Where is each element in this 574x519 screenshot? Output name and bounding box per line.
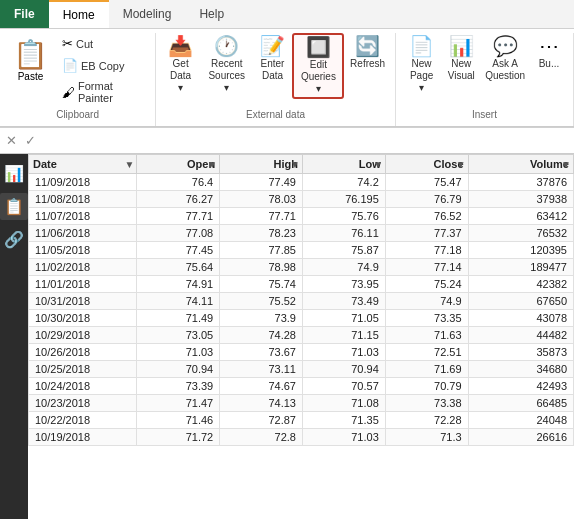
table-cell: 37876 — [468, 174, 573, 191]
ribbon-group-clipboard: 📋 Paste ✂ Cut 📄 EB Copy 🖌 Format Painter — [0, 33, 156, 126]
table-cell: 73.11 — [220, 361, 303, 378]
formula-bar: ✕ ✓ — [0, 128, 574, 154]
table-cell: 75.52 — [220, 293, 303, 310]
table-row[interactable]: 10/19/201871.7272.871.0371.326616 — [29, 429, 574, 446]
table-cell: 76.79 — [385, 191, 468, 208]
col-header-open[interactable]: Open ▼ — [137, 155, 220, 174]
edit-queries-button[interactable]: 🔲 EditQueries ▾ — [292, 33, 344, 99]
table-cell: 74.9 — [302, 259, 385, 276]
col-filter-low[interactable]: ▼ — [373, 159, 383, 170]
col-header-volume[interactable]: Volume ▼ — [468, 155, 573, 174]
get-data-label: GetData ▾ — [167, 58, 194, 94]
table-cell: 73.49 — [302, 293, 385, 310]
tab-home[interactable]: Home — [49, 0, 109, 28]
confirm-formula-button[interactable]: ✓ — [23, 133, 38, 148]
table-row[interactable]: 11/02/201875.6478.9874.977.14189477 — [29, 259, 574, 276]
table-cell: 70.94 — [137, 361, 220, 378]
col-filter-date[interactable]: ▼ — [124, 159, 134, 170]
new-page-button[interactable]: 📄 NewPage ▾ — [402, 33, 441, 97]
paste-button[interactable]: 📋 Paste — [6, 33, 55, 87]
table-row[interactable]: 11/08/201876.2778.0376.19576.7937938 — [29, 191, 574, 208]
ribbon-group-external-data: 📥 GetData ▾ 🕐 RecentSources ▾ 📝 EnterDat… — [156, 33, 396, 126]
table-row[interactable]: 10/30/201871.4973.971.0573.3543078 — [29, 310, 574, 327]
table-row[interactable]: 10/23/201871.4774.1371.0873.3866485 — [29, 395, 574, 412]
table-cell: 73.05 — [137, 327, 220, 344]
table-cell: 63412 — [468, 208, 573, 225]
get-data-icon: 📥 — [168, 36, 193, 56]
table-row[interactable]: 10/29/201873.0574.2871.1571.6344482 — [29, 327, 574, 344]
table-cell: 11/01/2018 — [29, 276, 137, 293]
table-row[interactable]: 10/31/201874.1175.5273.4974.967650 — [29, 293, 574, 310]
formula-input[interactable] — [42, 134, 570, 148]
table-cell: 75.76 — [302, 208, 385, 225]
table-row[interactable]: 10/26/201871.0373.6771.0372.5135873 — [29, 344, 574, 361]
format-painter-icon: 🖌 — [62, 85, 75, 100]
cancel-formula-button[interactable]: ✕ — [4, 133, 19, 148]
table-row[interactable]: 11/05/201877.4577.8575.8777.18120395 — [29, 242, 574, 259]
table-cell: 120395 — [468, 242, 573, 259]
col-header-high[interactable]: High ▼ — [220, 155, 303, 174]
enter-data-button[interactable]: 📝 EnterData — [254, 33, 290, 85]
table-cell: 77.49 — [220, 174, 303, 191]
table-cell: 72.51 — [385, 344, 468, 361]
get-data-button[interactable]: 📥 GetData ▾ — [162, 33, 199, 97]
col-filter-close[interactable]: ▼ — [456, 159, 466, 170]
ask-question-button[interactable]: 💬 Ask AQuestion — [481, 33, 529, 85]
table-cell: 78.03 — [220, 191, 303, 208]
table-cell: 75.24 — [385, 276, 468, 293]
format-painter-button[interactable]: 🖌 Format Painter — [57, 77, 149, 107]
tab-modeling[interactable]: Modeling — [109, 0, 186, 28]
recent-sources-button[interactable]: 🕐 RecentSources ▾ — [201, 33, 252, 97]
table-row[interactable]: 11/01/201874.9175.7473.9575.2442382 — [29, 276, 574, 293]
table-cell: 10/25/2018 — [29, 361, 137, 378]
sidebar-icon-data[interactable]: 📋 — [0, 193, 28, 220]
table-row[interactable]: 11/06/201877.0878.2376.1177.3776532 — [29, 225, 574, 242]
table-cell: 71.15 — [302, 327, 385, 344]
clipboard-items: 📋 Paste ✂ Cut 📄 EB Copy 🖌 Format Painter — [6, 33, 149, 107]
col-header-low[interactable]: Low ▼ — [302, 155, 385, 174]
table-cell: 24048 — [468, 412, 573, 429]
table-cell: 70.94 — [302, 361, 385, 378]
table-cell: 67650 — [468, 293, 573, 310]
table-cell: 71.47 — [137, 395, 220, 412]
table-cell: 11/05/2018 — [29, 242, 137, 259]
refresh-button[interactable]: 🔄 Refresh — [346, 33, 389, 73]
sidebar-icon-model[interactable]: 🔗 — [0, 226, 28, 253]
tab-file[interactable]: File — [0, 0, 49, 28]
table-row[interactable]: 11/07/201877.7177.7175.7676.5263412 — [29, 208, 574, 225]
table-row[interactable]: 11/09/201876.477.4974.275.4737876 — [29, 174, 574, 191]
new-page-label: NewPage ▾ — [407, 58, 436, 94]
table-cell: 11/07/2018 — [29, 208, 137, 225]
col-header-close[interactable]: Close ▼ — [385, 155, 468, 174]
table-cell: 74.11 — [137, 293, 220, 310]
table-cell: 35873 — [468, 344, 573, 361]
table-cell: 66485 — [468, 395, 573, 412]
table-cell: 43078 — [468, 310, 573, 327]
button-more[interactable]: ⋯ Bu... — [531, 33, 567, 73]
col-filter-open[interactable]: ▼ — [207, 159, 217, 170]
ribbon-group-insert: 📄 NewPage ▾ 📊 NewVisual 💬 Ask AQuestion … — [396, 33, 574, 126]
external-data-items: 📥 GetData ▾ 🕐 RecentSources ▾ 📝 EnterDat… — [162, 33, 389, 107]
table-row[interactable]: 10/22/201871.4672.8771.3572.2824048 — [29, 412, 574, 429]
table-cell: 71.49 — [137, 310, 220, 327]
copy-button[interactable]: 📄 EB Copy — [57, 55, 149, 76]
data-table: Date ▼ Open ▼ High ▼ Low ▼ Close ▼ — [28, 154, 574, 446]
col-filter-high[interactable]: ▼ — [290, 159, 300, 170]
table-row[interactable]: 10/25/201870.9473.1170.9471.6934680 — [29, 361, 574, 378]
col-filter-volume[interactable]: ▼ — [561, 159, 571, 170]
table-cell: 77.45 — [137, 242, 220, 259]
table-row[interactable]: 10/24/201873.3974.6770.5770.7942493 — [29, 378, 574, 395]
table-cell: 77.71 — [137, 208, 220, 225]
table-cell: 70.79 — [385, 378, 468, 395]
tab-help[interactable]: Help — [185, 0, 238, 28]
table-cell: 189477 — [468, 259, 573, 276]
table-cell: 73.9 — [220, 310, 303, 327]
sidebar-icon-report[interactable]: 📊 — [0, 160, 28, 187]
ask-question-icon: 💬 — [493, 36, 518, 56]
new-visual-button[interactable]: 📊 NewVisual — [443, 33, 479, 85]
table-cell: 76.11 — [302, 225, 385, 242]
cut-button[interactable]: ✂ Cut — [57, 33, 149, 54]
col-header-date[interactable]: Date ▼ — [29, 155, 137, 174]
table-cell: 10/19/2018 — [29, 429, 137, 446]
paste-label: Paste — [18, 71, 44, 82]
